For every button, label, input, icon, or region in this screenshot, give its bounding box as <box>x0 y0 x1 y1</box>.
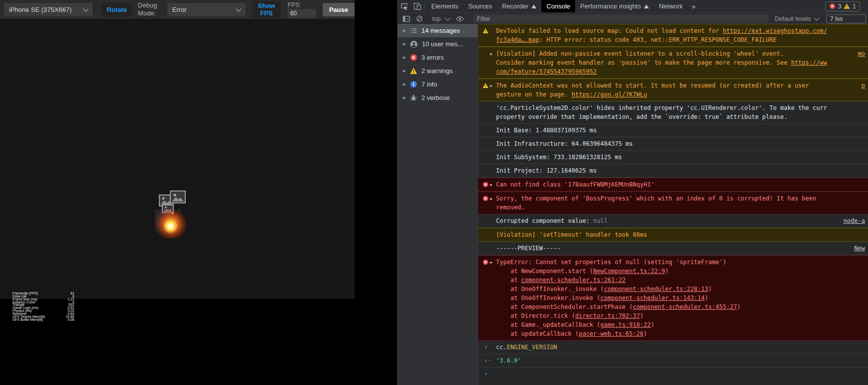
tab-recorder[interactable]: Recorder <box>497 0 541 12</box>
text-segment: '3.6.0' <box>496 357 521 364</box>
warning-badge-icon <box>844 3 850 9</box>
console-message-log: Init Project: 127.1640625 ms <box>478 164 868 178</box>
console-message-warning: [Violation] 'setTimeout' handler took 88… <box>478 228 868 242</box>
issues-button[interactable]: 7 Iss <box>826 14 866 23</box>
sidebar-item-10-user-mes-[interactable]: ▶10 user mes... <box>398 37 478 51</box>
sidebar-item-label: 10 user mes... <box>422 40 463 48</box>
more-tabs-button[interactable]: » <box>688 0 700 12</box>
source-location-link[interactable]: New <box>854 244 865 253</box>
text-segment: Can not find class '178aaufFWBMjKEMUnBNq… <box>496 181 654 188</box>
expand-caret-icon[interactable]: ▶ <box>490 258 493 267</box>
message-text: Init Project: 127.1640625 ms <box>496 166 864 175</box>
message-text: Init SubSystem: 733.182861328125 ms <box>496 153 864 162</box>
devtools-panel: ElementsSourcesRecorderConsolePerformanc… <box>397 0 868 385</box>
console-message-warning[interactable]: ▶The AudioContext was not allowed to sta… <box>478 79 868 101</box>
console-message-warning: DevTools failed to load source map: Coul… <box>478 24 868 47</box>
chevron-down-icon <box>83 6 89 11</box>
expand-caret-icon[interactable]: ▶ <box>403 96 406 100</box>
console-link[interactable]: component-scheduler.ts:455:27 <box>633 303 738 310</box>
clear-console-icon[interactable] <box>413 15 426 22</box>
console-link[interactable]: https://ext.wiseghostapp.com/ <box>723 27 827 34</box>
stats-value: 0.05 <box>68 318 74 321</box>
console-sidebar-toggle-icon[interactable] <box>400 15 413 23</box>
tab-elements[interactable]: Elements <box>426 0 463 12</box>
console-link[interactable]: component-scheduler.ts:143:14 <box>601 294 705 301</box>
preview-toolbar: iPhone SE (375X667) Rotate Debug Mode: E… <box>0 0 355 19</box>
tab-console[interactable]: Console <box>541 0 575 12</box>
sidebar-item-7-info[interactable]: ▶7 info <box>398 78 478 91</box>
expand-caret-icon[interactable]: ▶ <box>490 194 493 203</box>
expand-caret-icon[interactable]: ▶ <box>403 69 406 73</box>
sidebar-item-14-messages[interactable]: ▶14 messages <box>398 24 478 37</box>
sidebar-item-2-warnings[interactable]: ▶2 warnings <box>398 64 478 78</box>
console-link[interactable]: component-scheduler.ts:261:22 <box>521 277 626 284</box>
console-link[interactable]: fc3a4da….map <box>496 36 539 43</box>
console-link[interactable]: component-scheduler.ts:228:13 <box>604 286 709 292</box>
expand-caret-icon[interactable]: ▶ <box>490 50 493 59</box>
sidebar-item-3-errors[interactable]: ▶3 errors <box>398 51 478 64</box>
show-fps-button[interactable]: Show FPS <box>252 1 281 18</box>
live-expression-eye-icon[interactable] <box>454 15 467 23</box>
text-segment: Init SubSystem: 733.182861328125 ms <box>496 154 622 161</box>
sidebar-item-2-verbose[interactable]: ▶2 verbose <box>398 91 478 104</box>
expand-caret-icon[interactable]: ▶ <box>490 82 493 91</box>
console-link[interactable]: director.ts:702:37 <box>575 312 640 319</box>
tab-warning-icon <box>531 4 536 8</box>
console-link[interactable]: game.ts:918:22 <box>601 321 651 328</box>
error-count: 3 <box>838 3 842 10</box>
source-location-link[interactable]: mo <box>858 49 865 58</box>
console-message-error[interactable]: ▶Can not find class '178aaufFWBMjKEMUnBN… <box>478 178 868 192</box>
fps-input[interactable] <box>288 9 316 18</box>
text-segment: [Violation] 'setTimeout' handler took 88… <box>496 231 647 238</box>
log-levels-dropdown[interactable]: Default levels <box>775 15 819 22</box>
message-text: cc.ENGINE_VERSION <box>496 343 864 352</box>
console-message-error[interactable]: ▶Sorry, the component of 'BossProgress' … <box>478 192 868 214</box>
context-selector[interactable]: top <box>432 15 441 22</box>
rotate-button[interactable]: Rotate <box>102 3 131 16</box>
expand-caret-icon[interactable]: ▶ <box>403 42 406 46</box>
message-text: [Violation] Added non-passive event list… <box>496 49 864 76</box>
sidebar-item-label: 3 errors <box>421 54 444 61</box>
message-text: 'cc.ParticleSystem2D.color' hides inheri… <box>496 103 864 121</box>
game-canvas[interactable]: Framerate (FPS)61Draw call6Frame time (m… <box>0 19 355 299</box>
filter-input[interactable] <box>473 14 768 23</box>
message-text: '3.6.0' <box>496 356 864 365</box>
pause-button[interactable]: Pause <box>323 3 355 16</box>
tab-performance-insights[interactable]: Performance insights <box>575 0 654 12</box>
console-message-command: ›cc.ENGINE_VERSION <box>478 341 868 354</box>
console-message-log: Corrupted component value: nullnode-a <box>478 214 868 228</box>
text-segment: Init Project: 127.1640625 ms <box>496 167 597 174</box>
text-segment: null <box>593 217 608 224</box>
debug-mode-select[interactable]: Error <box>167 3 246 16</box>
text-segment: The AudioContext was not allowed to star… <box>496 82 809 98</box>
expand-caret-icon[interactable]: ▶ <box>403 28 406 33</box>
console-message-log: ------PREVIEW-----New <box>478 242 868 255</box>
source-location-link[interactable]: p <box>862 81 865 90</box>
expand-caret-icon[interactable]: ▶ <box>403 55 406 60</box>
tab-network[interactable]: Network <box>654 0 688 12</box>
console-link[interactable]: https://goo.gl/7K7WLu <box>572 91 647 98</box>
warning-count: 1 <box>853 3 856 10</box>
inspect-element-icon[interactable] <box>398 0 411 12</box>
device-select[interactable]: iPhone SE (375X667) <box>4 3 93 16</box>
issues-badges[interactable]: 3 1 <box>825 1 860 11</box>
tab-label: Performance insights <box>580 2 641 10</box>
device-toolbar-icon[interactable] <box>411 0 424 12</box>
console-message-log: Init Infrastructure: 64.06396484375 ms <box>478 137 868 151</box>
console-message-error[interactable]: ▶TypeError: Cannot set properties of nul… <box>478 255 868 341</box>
console-message-warning[interactable]: ▶[Violation] Added non-passive event lis… <box>478 47 868 79</box>
expand-caret-icon[interactable]: ▶ <box>403 82 406 87</box>
source-location-link[interactable]: node-a <box>844 216 865 225</box>
console-link[interactable]: NewComponent.ts:22:9 <box>593 268 665 275</box>
sprite-tile-icon <box>170 191 186 203</box>
text-segment: ENGINE_VERSION <box>507 344 557 351</box>
warning-icon <box>483 27 489 36</box>
tab-sources[interactable]: Sources <box>463 0 497 12</box>
text-segment: Sorry, the component of 'BossProgress' w… <box>496 195 816 211</box>
console-link[interactable]: pacer-web.ts:65:26 <box>579 330 643 337</box>
fps-label: FPS: <box>288 1 316 8</box>
warnings-icon <box>410 67 417 75</box>
text-segment: DevTools failed to load source map: Coul… <box>496 27 723 34</box>
expand-caret-icon[interactable]: ▶ <box>490 181 493 190</box>
error-icon <box>483 259 489 268</box>
